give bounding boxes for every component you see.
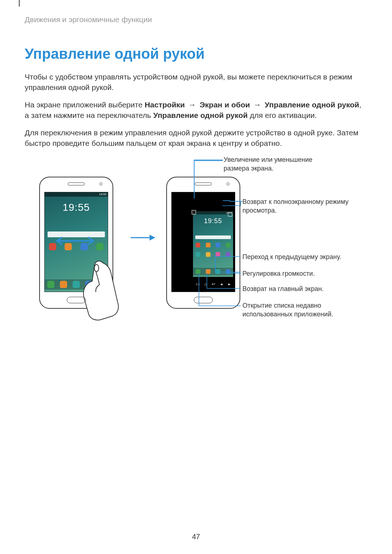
breadcrumb: Движения и эргономичные функции: [25, 15, 367, 24]
lock-clock: 19:55: [45, 202, 108, 214]
path-display: Экран и обои: [200, 100, 250, 109]
path-onehand: Управление одной рукой: [265, 100, 359, 109]
page-title: Управление одной рукой: [25, 46, 367, 62]
status-bar: 19:55: [45, 192, 108, 197]
figure: 19:55 19:55: [25, 155, 367, 329]
svg-marker-3: [150, 235, 155, 241]
shrunk-screen: 19:55 19:55: [193, 211, 233, 277]
arrow-icon: →: [252, 100, 263, 109]
callout-fullscreen: Возврат к полноэкранному режиму просмотр…: [242, 198, 355, 215]
svg-point-1: [94, 264, 99, 272]
swipe-arrow-icon: [53, 236, 97, 246]
paragraph-gesture: Для переключения в режим управления одно…: [25, 127, 367, 149]
paragraph-intro: Чтобы с удобством управлять устройством …: [25, 71, 367, 93]
toggle-name: Управление одной рукой: [153, 111, 248, 119]
back-icon: ↩: [211, 282, 216, 287]
page-number: 47: [0, 533, 392, 541]
text: для его активации.: [248, 111, 317, 119]
softkey-bar: ▭ ⌂ ↩ ◂ ▸: [193, 280, 233, 288]
paragraph-path: На экране приложений выберите Настройки …: [25, 99, 367, 121]
hand-icon: [78, 256, 121, 321]
resize-handle-icon: [192, 210, 196, 214]
arrow-icon: →: [187, 100, 197, 109]
callout-back: Переход к предыдущему экрану.: [242, 253, 355, 261]
callout-home: Возврат на главный экран.: [242, 285, 355, 293]
phone-illustration-before: 19:55 19:55: [39, 177, 113, 309]
path-settings: Настройки: [144, 100, 185, 109]
phone-illustration-after: 19:55 19:55: [166, 177, 240, 309]
callout-resize: Увеличение или уменьшение размера экрана…: [224, 156, 336, 173]
expand-icon: [228, 212, 232, 217]
transition-arrow-icon: [130, 234, 155, 241]
recent-apps-icon: ▭: [195, 282, 200, 287]
home-icon: ⌂: [203, 282, 208, 287]
callout-volume: Регулировка громкости.: [242, 270, 355, 278]
text: На экране приложений выберите: [25, 100, 144, 109]
callout-recent: Открытие списка недавно использованных п…: [242, 301, 355, 319]
volume-up-icon: ▸: [226, 282, 232, 287]
volume-down-icon: ◂: [219, 282, 224, 287]
